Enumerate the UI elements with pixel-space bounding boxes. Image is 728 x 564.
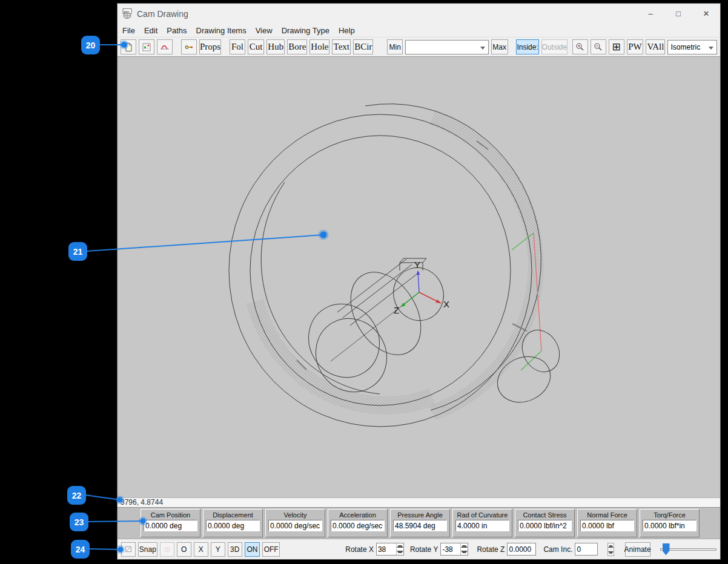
field-label: Contact Stress bbox=[523, 511, 566, 519]
new-file-button[interactable] bbox=[121, 39, 136, 54]
cam-inc-value[interactable] bbox=[575, 543, 597, 555]
cam-drawing-svg: Y X Z bbox=[117, 57, 720, 497]
pw-button[interactable]: PW bbox=[627, 39, 644, 54]
view-combobox-value[interactable] bbox=[670, 43, 706, 51]
field-value[interactable] bbox=[268, 520, 322, 531]
rotate-z-field[interactable] bbox=[507, 543, 536, 556]
text-button[interactable]: Text bbox=[332, 39, 351, 54]
field-value[interactable] bbox=[518, 520, 572, 531]
key-icon bbox=[185, 43, 193, 51]
zoom-in-icon bbox=[575, 42, 584, 51]
chevron-down-icon bbox=[709, 47, 713, 50]
field-normal-force: Normal Force bbox=[577, 509, 637, 537]
menu-view[interactable]: View bbox=[256, 26, 273, 35]
spin-down-icon[interactable] bbox=[608, 549, 613, 556]
minimize-button[interactable]: – bbox=[637, 4, 664, 24]
shaft-edge bbox=[350, 272, 419, 326]
drawing-canvas[interactable]: Y X Z bbox=[117, 56, 720, 497]
cam-inc-spinner[interactable] bbox=[607, 543, 614, 556]
menu-bar: File Edit Paths Drawing Items View Drawi… bbox=[117, 24, 720, 37]
zoom-in-button[interactable] bbox=[572, 39, 588, 54]
min-button[interactable]: Min bbox=[387, 39, 403, 54]
menu-drawing-type[interactable]: Drawing Type bbox=[282, 26, 329, 35]
field-value[interactable] bbox=[580, 520, 634, 531]
follower-green-line bbox=[521, 351, 541, 370]
rotate-x-label: Rotate X bbox=[345, 545, 374, 554]
spin-up-icon[interactable] bbox=[397, 543, 403, 549]
menu-drawing-items[interactable]: Drawing Items bbox=[196, 26, 247, 35]
annotation-badge-23 bbox=[70, 513, 88, 531]
hub-button[interactable]: Hub bbox=[266, 39, 285, 54]
range-combobox-value[interactable] bbox=[408, 43, 477, 51]
slider-thumb[interactable] bbox=[663, 543, 670, 556]
rotate-z-value[interactable] bbox=[508, 543, 535, 555]
menu-file[interactable]: File bbox=[122, 26, 135, 35]
on-toggle[interactable]: ON bbox=[245, 542, 260, 557]
bcir-button[interactable]: BCir bbox=[353, 39, 373, 54]
max-button[interactable]: Max bbox=[491, 39, 508, 54]
snap-button[interactable]: Snap bbox=[138, 542, 157, 557]
follower-button[interactable]: Fol bbox=[230, 39, 245, 54]
animate-button[interactable]: Animate bbox=[625, 542, 650, 557]
vall-button[interactable]: VAll bbox=[646, 39, 665, 54]
field-label: Cam Position bbox=[151, 511, 190, 519]
cam-curve-icon bbox=[160, 42, 170, 52]
rotate-y-value[interactable] bbox=[441, 543, 460, 555]
title-bar: geo Cam Drawing – □ ✕ bbox=[117, 4, 720, 24]
spin-down-icon[interactable] bbox=[461, 549, 468, 556]
3d-toggle[interactable]: 3D bbox=[228, 542, 242, 557]
y-toggle[interactable]: Y bbox=[211, 542, 225, 557]
field-label: Rad of Curvature bbox=[457, 511, 508, 519]
bore-button[interactable]: Bore bbox=[287, 39, 307, 54]
field-cam-position: Cam Position bbox=[141, 509, 200, 537]
off-toggle[interactable]: OFF bbox=[262, 542, 280, 557]
app-icon: geo bbox=[122, 8, 133, 19]
annotation-badge-20 bbox=[81, 36, 100, 54]
annotation-badge-24 bbox=[71, 540, 90, 559]
zoom-out-button[interactable] bbox=[591, 39, 606, 54]
menu-help[interactable]: Help bbox=[339, 26, 355, 35]
props-button[interactable]: Props bbox=[199, 39, 222, 54]
outside-toggle[interactable]: Outside bbox=[541, 39, 568, 54]
field-value[interactable] bbox=[643, 520, 697, 531]
field-label: Normal Force bbox=[587, 511, 627, 519]
annotation-line-22 bbox=[85, 495, 120, 500]
view-combobox[interactable] bbox=[667, 40, 717, 54]
field-value[interactable] bbox=[206, 520, 260, 531]
hole-button[interactable]: Hole bbox=[309, 39, 329, 54]
menu-edit[interactable]: Edit bbox=[144, 26, 157, 35]
field-value[interactable] bbox=[144, 520, 197, 531]
key-button[interactable] bbox=[181, 39, 197, 54]
cam-profile-button[interactable] bbox=[157, 39, 173, 54]
animation-slider[interactable] bbox=[660, 543, 717, 556]
field-value[interactable] bbox=[455, 520, 509, 531]
inside-toggle[interactable]: Inside: bbox=[516, 39, 539, 54]
x-toggle[interactable]: X bbox=[194, 542, 208, 557]
rotate-x-value[interactable] bbox=[377, 543, 396, 555]
maximize-button[interactable]: □ bbox=[664, 4, 692, 24]
fit-view-button[interactable]: ⊞ bbox=[609, 39, 624, 54]
rotate-x-spinbox[interactable] bbox=[376, 543, 404, 556]
spin-up-icon[interactable] bbox=[608, 543, 613, 549]
cut-button[interactable]: Cut bbox=[248, 39, 264, 54]
spin-down-icon[interactable] bbox=[397, 549, 403, 556]
menu-paths[interactable]: Paths bbox=[167, 26, 187, 35]
close-button[interactable]: ✕ bbox=[692, 4, 720, 24]
chevron-down-icon bbox=[480, 47, 485, 50]
grid-button[interactable] bbox=[160, 542, 174, 557]
field-label: Pressure Angle bbox=[397, 511, 443, 519]
rim-seams bbox=[297, 141, 527, 370]
annotation-badge-20-label: 20 bbox=[86, 41, 96, 50]
spin-up-icon[interactable] bbox=[461, 543, 468, 549]
origin-toggle[interactable]: O bbox=[177, 542, 191, 557]
rotate-y-spinbox[interactable] bbox=[440, 543, 468, 556]
status-bar: 3796, 4.8744 bbox=[117, 497, 720, 507]
y-axis-label: Y bbox=[414, 260, 420, 270]
range-combobox[interactable] bbox=[405, 40, 488, 54]
snap-toggle-button[interactable] bbox=[121, 542, 136, 557]
field-value[interactable] bbox=[331, 520, 385, 531]
drawing-settings-button[interactable] bbox=[139, 39, 154, 54]
field-value[interactable] bbox=[393, 520, 447, 531]
cam-inc-field[interactable] bbox=[575, 543, 598, 556]
main-toolbar: Props Fol Cut Hub Bore Hole Text BCir Mi… bbox=[117, 37, 720, 56]
